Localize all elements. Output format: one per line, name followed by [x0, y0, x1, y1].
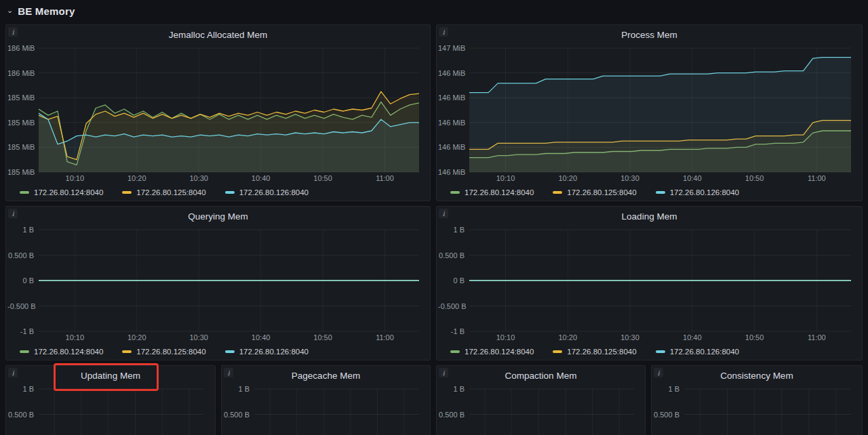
- row-title: BE Memory: [18, 5, 75, 17]
- legend-item[interactable]: 172.26.80.126:8040: [656, 348, 739, 356]
- y-axis-label: 147 MiB: [438, 44, 465, 52]
- info-icon[interactable]: i: [439, 27, 448, 37]
- chart-svg: [7, 44, 426, 184]
- info-icon[interactable]: i: [224, 368, 233, 377]
- panel-title[interactable]: Updating Mem: [81, 371, 140, 381]
- chart-svg: [438, 44, 858, 184]
- y-axis-label: 1 B: [7, 385, 34, 393]
- x-axis-label: 10:50: [313, 174, 332, 182]
- y-axis-label: -1 B: [438, 327, 465, 335]
- panel-title[interactable]: Pagecache Mem: [292, 371, 360, 381]
- panel-title[interactable]: Process Mem: [621, 30, 677, 40]
- legend-item[interactable]: 172.26.80.125:8040: [122, 188, 205, 196]
- x-axis-label: 10:20: [558, 174, 577, 182]
- grafana-dashboard: { "ui": { "section_title": "BE Memory", …: [0, 0, 868, 435]
- x-axis-label: 10:10: [66, 333, 85, 341]
- info-icon[interactable]: i: [654, 368, 663, 377]
- series-color-marker: [553, 350, 562, 353]
- x-axis-label: 11:00: [808, 174, 826, 182]
- y-axis-label: 1 B: [438, 226, 465, 234]
- chart-updating-mem: 1 B0.500 B0 B-0.500 B-1 B10:1010:2010:30…: [7, 385, 211, 435]
- legend-label: 172.26.80.126:8040: [239, 348, 309, 356]
- legend-label: 172.26.80.126:8040: [670, 348, 739, 356]
- series-color-marker: [122, 350, 132, 353]
- info-icon[interactable]: i: [8, 209, 18, 218]
- series-color-marker: [656, 191, 665, 194]
- panel-header: Consistency Mem: [652, 366, 862, 385]
- x-axis-label: 10:40: [252, 174, 271, 182]
- panel-consistency-mem: i Consistency Mem 1 B0.500 B0 B-0.500 B-…: [651, 365, 863, 435]
- panel-header: Jemalloc Allocated Mem: [6, 25, 430, 44]
- panel-header: Querying Mem: [6, 207, 430, 226]
- chart-jemalloc-allocated-mem: 186 MiB186 MiB185 MiB185 MiB185 MiB185 M…: [7, 44, 426, 184]
- legend-item[interactable]: 172.26.80.125:8040: [122, 348, 205, 356]
- series-color-marker: [20, 191, 29, 194]
- legend-label: 172.26.80.126:8040: [670, 188, 739, 196]
- legend-item[interactable]: 172.26.80.126:8040: [225, 188, 309, 196]
- x-axis-label: 11:00: [376, 333, 394, 341]
- y-axis-label: 146 MiB: [438, 168, 465, 176]
- y-axis-label: 0.500 B: [438, 411, 465, 419]
- x-axis-label: 10:30: [189, 333, 208, 341]
- y-axis-label: 0.500 B: [223, 411, 250, 419]
- y-axis-label: 0.500 B: [7, 251, 34, 260]
- legend-item[interactable]: 172.26.80.126:8040: [656, 188, 739, 196]
- x-axis-label: 10:10: [496, 174, 515, 182]
- panel-title[interactable]: Loading Mem: [622, 211, 677, 222]
- series-color-marker: [553, 191, 562, 194]
- panel-header: Process Mem: [437, 25, 862, 44]
- x-axis-label: 10:40: [683, 333, 702, 341]
- y-axis-label: -0.500 B: [438, 302, 465, 310]
- y-axis-label: 185 MiB: [7, 143, 34, 151]
- series-color-marker: [225, 191, 235, 194]
- chart-compaction-mem: 1 B0.500 B0 B-0.500 B-1 B10:1010:2010:30…: [438, 385, 641, 435]
- panel-title[interactable]: Querying Mem: [188, 211, 248, 222]
- y-axis-label: 146 MiB: [438, 119, 465, 127]
- y-axis-label: 1 B: [653, 385, 679, 393]
- x-axis-label: 10:40: [683, 174, 702, 182]
- panel-title[interactable]: Consistency Mem: [720, 371, 793, 381]
- legend-item[interactable]: 172.26.80.124:8040: [20, 188, 103, 196]
- chart-svg: [653, 385, 858, 435]
- x-axis-label: 10:10: [496, 333, 515, 341]
- info-icon[interactable]: i: [439, 209, 448, 218]
- legend: 172.26.80.124:8040 172.26.80.125:8040 17…: [6, 184, 430, 201]
- series-color-marker: [656, 350, 665, 353]
- panel-header: Loading Mem: [437, 207, 862, 226]
- chart-process-mem: 147 MiB146 MiB146 MiB146 MiB146 MiB146 M…: [438, 44, 858, 184]
- legend-label: 172.26.80.124:8040: [465, 188, 534, 196]
- info-icon[interactable]: i: [8, 27, 18, 37]
- legend-item[interactable]: 172.26.80.125:8040: [553, 188, 636, 196]
- legend-item[interactable]: 172.26.80.124:8040: [450, 188, 534, 196]
- chart-svg: [438, 385, 641, 435]
- panel-jemalloc-allocated-mem: i Jemalloc Allocated Mem 186 MiB186 MiB1…: [5, 24, 431, 201]
- legend: 172.26.80.124:8040 172.26.80.125:8040 17…: [6, 344, 430, 360]
- row-header-be-memory[interactable]: ⌄ BE Memory: [7, 2, 75, 20]
- y-axis-label: 185 MiB: [7, 119, 34, 127]
- panel-title[interactable]: Jemalloc Allocated Mem: [169, 30, 268, 40]
- y-axis-label: 186 MiB: [7, 69, 34, 77]
- y-axis-label: 185 MiB: [7, 168, 34, 176]
- legend-label: 172.26.80.124:8040: [34, 188, 103, 196]
- y-axis-label: -1 B: [7, 327, 34, 335]
- panel-pagecache-mem: i Pagecache Mem 1 B0.500 B0 B-0.500 B-1 …: [221, 365, 431, 435]
- y-axis-label: 0.500 B: [653, 411, 679, 419]
- x-axis-label: 11:00: [808, 333, 826, 341]
- series-color-marker: [450, 350, 460, 353]
- legend-item[interactable]: 172.26.80.126:8040: [225, 348, 309, 356]
- legend-item[interactable]: 172.26.80.124:8040: [20, 348, 103, 356]
- legend-item[interactable]: 172.26.80.124:8040: [450, 348, 534, 356]
- legend-label: 172.26.80.124:8040: [34, 348, 103, 356]
- legend-label: 172.26.80.124:8040: [465, 348, 534, 356]
- legend-item[interactable]: 172.26.80.125:8040: [553, 348, 636, 356]
- y-axis-label: 0 B: [7, 276, 34, 285]
- chart-svg: [223, 385, 426, 435]
- info-icon[interactable]: i: [439, 368, 448, 377]
- panel-title[interactable]: Compaction Mem: [505, 371, 577, 381]
- chart-querying-mem: 1 B0.500 B0 B-0.500 B-1 B10:1010:2010:30…: [7, 226, 426, 344]
- chevron-down-icon: ⌄: [7, 7, 13, 14]
- panel-querying-mem: i Querying Mem 1 B0.500 B0 B-0.500 B-1 B…: [5, 206, 431, 360]
- info-icon[interactable]: i: [8, 368, 18, 377]
- panel-header: Pagecache Mem: [222, 366, 430, 385]
- x-axis-label: 10:30: [620, 333, 639, 341]
